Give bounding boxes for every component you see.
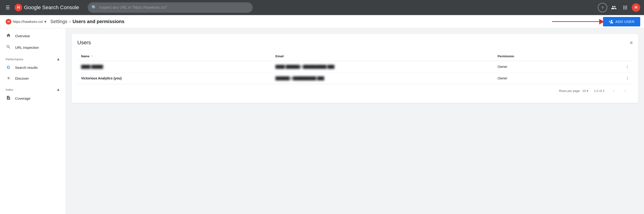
top-navigation: ☰ H Google Search Console 🔍 ? H <box>0 0 644 15</box>
home-icon <box>6 33 11 39</box>
sidebar-item-overview[interactable]: Overview <box>0 30 64 42</box>
arrow-head <box>599 19 604 24</box>
arrow-line <box>552 21 599 22</box>
arrow-annotation <box>552 19 604 24</box>
add-user-button[interactable]: ADD USER <box>603 17 640 26</box>
chevron-up-icon-index[interactable]: ▲ <box>56 88 60 92</box>
table-header-row: Name ↑ Email Permission <box>77 52 633 61</box>
app-title: Google Search Console <box>24 4 79 10</box>
users-card: Users ≡ Name ↑ Email Permission <box>72 34 638 103</box>
filter-icon[interactable]: ≡ <box>630 40 633 46</box>
sidebar-label-url-inspection: URL inspection <box>15 46 39 50</box>
google-g-icon: G <box>6 65 11 70</box>
users-card-header: Users ≡ <box>77 40 633 46</box>
users-table: Name ↑ Email Permission ████ █████████ █… <box>77 52 633 84</box>
user-permission-cell: Owner <box>494 72 577 84</box>
hamburger-menu[interactable]: ☰ <box>4 3 12 12</box>
add-user-label: ADD USER <box>615 20 634 24</box>
users-card-title: Users <box>77 40 91 46</box>
sidebar: Overview URL inspection Performance ▲ G … <box>0 28 66 214</box>
help-button[interactable]: ? <box>598 3 607 12</box>
sidebar-item-url-inspection[interactable]: URL inspection <box>0 42 64 53</box>
rows-count: 1-2 of 2 <box>594 89 604 92</box>
sidebar-label-search-results: Search results <box>15 66 38 70</box>
breadcrumb: Settings › Users and permissions <box>50 19 601 24</box>
column-header-name: Name ↑ <box>77 52 272 61</box>
sidebar-section-performance: Performance ▲ <box>0 53 66 62</box>
column-header-email: Email <box>272 52 494 61</box>
add-user-icon <box>609 19 613 24</box>
sidebar-section-performance-label: Performance <box>6 58 23 61</box>
sort-arrow-icon: ↑ <box>91 54 93 58</box>
next-page-button[interactable]: › <box>621 87 629 94</box>
chevron-up-icon[interactable]: ▲ <box>56 57 60 61</box>
sidebar-label-discover: Discover <box>15 76 29 80</box>
table-row: Victorious Analytics (you)██████@███████… <box>77 72 633 84</box>
sidebar-item-search-results[interactable]: G Search results <box>0 62 64 73</box>
property-url: https://hawkseo.co/ <box>13 20 43 24</box>
table-row: ████ █████████ ██████@██████████.███Owne… <box>77 61 633 72</box>
breadcrumb-settings[interactable]: Settings <box>50 19 67 24</box>
sidebar-section-index-label: Index <box>6 88 13 92</box>
table-footer: Rows per page: 10 ▾ 1-2 of 2 ‹ › <box>77 84 633 97</box>
breadcrumb-separator: › <box>69 19 71 24</box>
search-icon: 🔍 <box>92 5 97 10</box>
user-email-cell: ██████@██████████.███ <box>272 72 494 84</box>
rows-per-page-select[interactable]: 10 ▾ <box>582 89 588 92</box>
rows-per-page-label: Rows per page: <box>559 89 580 92</box>
main-layout: Overview URL inspection Performance ▲ G … <box>0 28 644 214</box>
sidebar-label-overview: Overview <box>15 34 30 38</box>
rows-per-page-chevron: ▾ <box>587 89 588 92</box>
user-name-cell: ████ █████ <box>77 61 272 72</box>
discover-icon: ✳ <box>6 76 11 81</box>
search-input[interactable] <box>100 6 249 10</box>
main-content: Users ≡ Name ↑ Email Permission <box>66 28 644 214</box>
sidebar-item-discover[interactable]: ✳ Discover <box>0 73 64 84</box>
sidebar-section-index: Index ▲ <box>0 84 66 92</box>
prev-page-button[interactable]: ‹ <box>610 87 618 94</box>
search-icon <box>6 44 11 50</box>
rows-per-page: Rows per page: 10 ▾ <box>559 89 588 92</box>
user-action-cell[interactable]: ⋮ <box>577 61 633 72</box>
apps-button[interactable] <box>620 3 630 12</box>
property-selector[interactable]: H https://hawkseo.co/ ▾ <box>4 18 48 26</box>
url-search-bar[interactable]: 🔍 <box>88 2 253 13</box>
topnav-actions: ? H <box>598 3 640 12</box>
app-logo: H Google Search Console <box>14 4 79 11</box>
coverage-icon <box>6 96 11 101</box>
column-header-actions <box>577 52 633 61</box>
rows-per-page-value: 10 <box>582 89 586 92</box>
property-logo: H <box>6 19 11 24</box>
breadcrumb-current: Users and permissions <box>72 19 124 24</box>
chevron-down-icon: ▾ <box>44 19 46 24</box>
sidebar-label-coverage: Coverage <box>15 96 30 100</box>
user-permission-cell: Owner <box>494 61 577 72</box>
column-header-permission: Permission <box>494 52 577 61</box>
logo-icon: H <box>14 4 22 11</box>
user-avatar[interactable]: H <box>632 3 640 12</box>
user-name-cell: Victorious Analytics (you) <box>77 72 272 84</box>
sub-navigation: H https://hawkseo.co/ ▾ Settings › Users… <box>0 15 644 28</box>
sidebar-item-coverage[interactable]: Coverage <box>0 92 64 104</box>
manage-users-button[interactable] <box>609 3 618 12</box>
user-action-cell[interactable]: ⋮ <box>577 72 633 84</box>
user-email-cell: ████ ██████@██████████.███ <box>272 61 494 72</box>
